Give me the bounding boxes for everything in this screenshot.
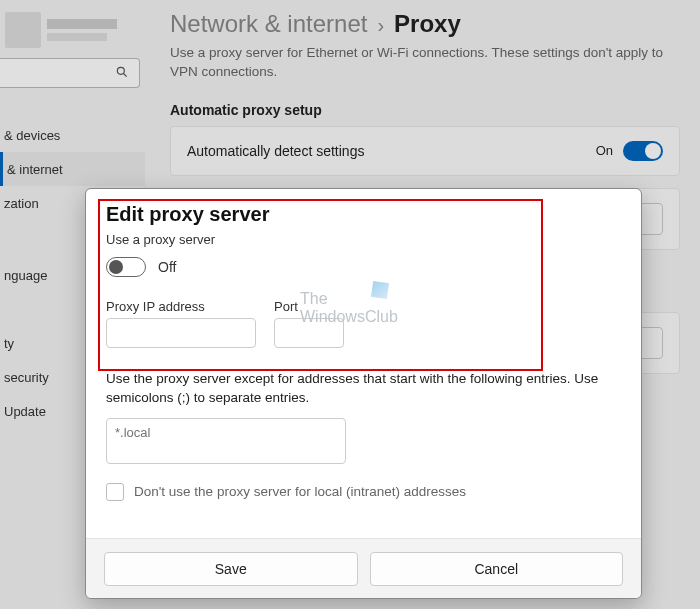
intranet-checkbox[interactable]: [106, 483, 124, 501]
use-proxy-toggle[interactable]: [106, 257, 146, 277]
toggle-state-text: Off: [158, 259, 176, 275]
port-label: Port: [274, 299, 344, 314]
proxy-ip-input[interactable]: [106, 318, 256, 348]
use-proxy-label: Use a proxy server: [106, 232, 621, 247]
watermark-logo: [371, 281, 389, 299]
ip-label: Proxy IP address: [106, 299, 256, 314]
intranet-checkbox-label: Don't use the proxy server for local (in…: [134, 484, 466, 499]
save-button[interactable]: Save: [104, 552, 358, 586]
dialog-title: Edit proxy server: [106, 203, 621, 226]
exceptions-input[interactable]: [106, 418, 346, 464]
cancel-button[interactable]: Cancel: [370, 552, 624, 586]
exceptions-description: Use the proxy server except for addresse…: [106, 370, 616, 408]
proxy-port-input[interactable]: [274, 318, 344, 348]
dialog-footer: Save Cancel: [86, 538, 641, 598]
edit-proxy-dialog: Edit proxy server Use a proxy server Off…: [85, 188, 642, 599]
